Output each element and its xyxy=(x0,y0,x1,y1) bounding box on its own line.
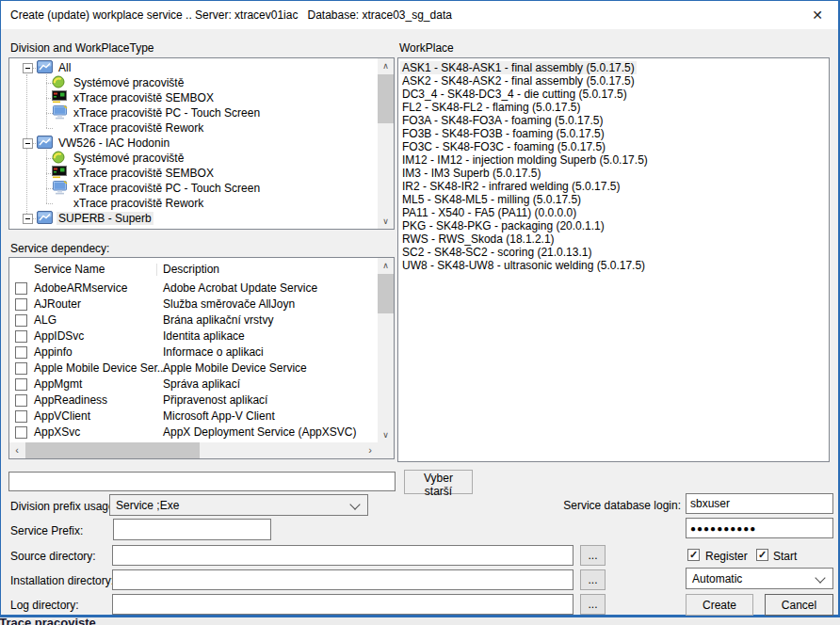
division-prefix-usage-select[interactable]: Service ;Exe xyxy=(109,494,368,516)
tree-collapse-icon[interactable] xyxy=(23,214,33,224)
column-header-description[interactable]: Description xyxy=(163,263,219,276)
workplace-list-item[interactable]: IM12 - IM12 - injection molding Superb (… xyxy=(400,153,827,167)
tree-item-label: xTrace pracoviště Rework xyxy=(72,197,205,210)
workplace-filter-input[interactable] xyxy=(8,472,396,491)
tree-collapse-icon[interactable] xyxy=(23,63,33,73)
scroll-down-icon[interactable]: ∨ xyxy=(378,214,394,229)
workplace-list-item[interactable]: FL2 - SK48-FL2 - flaming (5.0.17.5) xyxy=(400,101,827,114)
division-tree[interactable]: AllSystémové pracovištěxTrace pracoviště… xyxy=(8,57,395,230)
tree-item[interactable]: xTrace pracoviště Rework xyxy=(9,196,377,211)
workplace-list-item[interactable]: DC3_4 - SK48-DC3_4 - die cutting (5.0.17… xyxy=(400,88,827,101)
tree-item-label: Systémové pracoviště xyxy=(72,76,186,89)
tree-item[interactable]: Systémové pracoviště xyxy=(9,75,377,90)
scroll-left-icon[interactable]: ‹ xyxy=(9,442,24,458)
source-directory-input[interactable] xyxy=(112,545,573,566)
service-vertical-scrollbar[interactable]: ∧ ∨ xyxy=(378,258,394,442)
tree-item-label: xTrace pracoviště SEMBOX xyxy=(72,167,216,180)
scroll-up-icon[interactable]: ∧ xyxy=(378,58,394,73)
workplace-list-item[interactable]: ASK2 - SK48-ASK2 - final assembly (5.0.1… xyxy=(400,74,827,88)
source-directory-browse-button[interactable]: ... xyxy=(580,545,606,566)
workplace-list-item[interactable]: IR2 - SK48-IR2 - infrared welding (5.0.1… xyxy=(400,180,827,193)
background-window-strip: xTrace pracoviste xyxy=(0,618,840,625)
service-checkbox[interactable] xyxy=(15,330,27,343)
tree-vertical-scrollbar[interactable]: ∧ ∨ xyxy=(378,58,394,229)
service-row[interactable]: AppIDSvcIdentita aplikace xyxy=(9,329,377,345)
installation-directory-input[interactable] xyxy=(112,569,573,590)
tree-item[interactable]: xTrace pracoviště Rework xyxy=(9,120,377,136)
service-row[interactable]: AppinfoInformace o aplikaci xyxy=(9,345,377,361)
create-button[interactable]: Create xyxy=(686,594,753,616)
workplace-list-item[interactable]: SC2 - SK48-SC2 - scoring (21.0.13.1) xyxy=(400,246,827,259)
sembox-terminal-icon xyxy=(52,166,68,180)
service-db-login-label: Service database login: xyxy=(547,499,681,512)
service-checkbox[interactable] xyxy=(15,362,27,375)
service-row[interactable]: AppReadinessPřipravenost aplikací xyxy=(9,393,377,409)
register-checkbox-label: Register xyxy=(705,550,748,563)
workplace-item-label: FO3C - SK48-FO3C - foaming (5.0.17.5) xyxy=(400,140,607,153)
service-row[interactable]: ALGBrána aplikační vrstvy xyxy=(9,312,377,329)
background-window-text: xTrace pracoviste xyxy=(0,618,96,625)
service-checkbox[interactable] xyxy=(15,314,27,327)
tree-item[interactable]: VW526 - IAC Hodonin xyxy=(9,136,377,151)
service-description: Informace o aplikaci xyxy=(163,345,264,359)
service-checkbox[interactable] xyxy=(15,426,27,439)
scrollbar-thumb[interactable] xyxy=(378,274,394,313)
service-row[interactable]: Apple Mobile Device Ser...Apple Mobile D… xyxy=(9,361,377,377)
workplace-list-item[interactable]: PKG - SK48-PKG - packaging (20.0.1.1) xyxy=(400,219,827,232)
tree-item[interactable]: xTrace pracoviště SEMBOX xyxy=(9,166,377,181)
workplace-list-item[interactable]: ASK1 - SK48-ASK1 - final assembly (5.0.1… xyxy=(400,61,827,74)
service-db-password-field[interactable] xyxy=(686,518,833,538)
workplace-list-item[interactable]: FO3C - SK48-FO3C - foaming (5.0.17.5) xyxy=(400,140,827,153)
service-name: AppMgmt xyxy=(34,377,82,391)
installation-directory-browse-button[interactable]: ... xyxy=(580,569,606,590)
workplace-list-item[interactable]: PA11 - X540 - FA5 (PA11) (0.0.0.0) xyxy=(400,206,827,219)
touchscreen-monitor-icon xyxy=(52,105,68,120)
service-checkbox[interactable] xyxy=(15,282,27,295)
tree-item[interactable]: Systémové pracoviště xyxy=(9,151,377,166)
scroll-up-icon[interactable]: ∧ xyxy=(378,258,394,273)
tree-item[interactable]: SUPERB - Superb xyxy=(9,211,377,226)
workplace-list-item[interactable]: IM3 - IM3 Superb (5.0.17.5) xyxy=(400,167,827,180)
service-checkbox[interactable] xyxy=(15,378,27,391)
workplace-list-item[interactable]: RWS - RWS_Skoda (18.1.2.1) xyxy=(400,232,827,246)
cancel-button[interactable]: Cancel xyxy=(765,594,833,616)
service-dependency-list[interactable]: Service Name Description AdobeARMservice… xyxy=(8,257,395,459)
service-row[interactable]: AJRouterSlužba směrovače AllJoyn xyxy=(9,296,377,312)
service-checkbox[interactable] xyxy=(15,410,27,423)
column-header-service-name[interactable]: Service Name xyxy=(34,263,105,276)
service-horizontal-scrollbar[interactable]: ‹ › xyxy=(9,442,378,458)
workplace-list-item[interactable]: ML5 - SK48-ML5 - milling (5.0.17.5) xyxy=(400,193,827,206)
tree-item[interactable]: All xyxy=(9,60,377,75)
service-row[interactable]: AppXSvcAppX Deployment Service (AppXSVC) xyxy=(9,425,377,441)
scroll-down-icon[interactable]: ∨ xyxy=(378,427,394,442)
tree-item[interactable]: xTrace pracoviště SEMBOX xyxy=(9,90,377,105)
tree-item[interactable]: xTrace pracoviště PC - Touch Screen xyxy=(9,105,377,120)
vyber-starsi-button[interactable]: Vyber starší xyxy=(404,470,473,494)
service-checkbox[interactable] xyxy=(15,298,27,311)
workplace-list-item[interactable]: FO3B - SK48-FO3B - foaming (5.0.17.5) xyxy=(400,127,827,140)
service-prefix-input[interactable] xyxy=(113,519,271,540)
dialog-window: Create (update) workplace service .. Ser… xyxy=(0,0,840,617)
service-row[interactable]: AppVClientMicrosoft App-V Client xyxy=(9,409,377,425)
start-checkbox[interactable] xyxy=(756,549,768,561)
workplace-list-item[interactable]: FO3A - SK48-FO3A - foaming (5.0.17.5) xyxy=(400,114,827,127)
service-row[interactable]: AppMgmtSpráva aplikací xyxy=(9,377,377,393)
scrollbar-thumb[interactable] xyxy=(378,74,394,123)
register-checkbox[interactable] xyxy=(687,549,700,561)
service-checkbox[interactable] xyxy=(15,346,27,359)
close-icon[interactable]: ✕ xyxy=(806,5,829,25)
log-directory-browse-button[interactable]: ... xyxy=(580,594,606,615)
scroll-right-icon[interactable]: › xyxy=(363,442,378,458)
workplace-list-item[interactable]: UW8 - SK48-UW8 - ultrasonic welding (5.0… xyxy=(400,259,827,272)
workplace-list[interactable]: ASK1 - SK48-ASK1 - final assembly (5.0.1… xyxy=(397,57,830,462)
tree-item[interactable]: xTrace pracoviště PC - Touch Screen xyxy=(9,181,377,196)
tree-collapse-icon[interactable] xyxy=(23,138,33,149)
division-prefix-usage-label: Division prefix usage: xyxy=(10,500,118,513)
startup-type-select[interactable]: Automatic xyxy=(686,568,833,589)
service-db-login-field[interactable] xyxy=(686,493,833,514)
scrollbar-thumb[interactable] xyxy=(25,442,200,458)
service-description: Identita aplikace xyxy=(163,329,245,343)
service-row[interactable]: AdobeARMserviceAdobe Acrobat Update Serv… xyxy=(9,280,377,296)
service-checkbox[interactable] xyxy=(15,394,27,407)
log-directory-input[interactable] xyxy=(112,594,573,615)
